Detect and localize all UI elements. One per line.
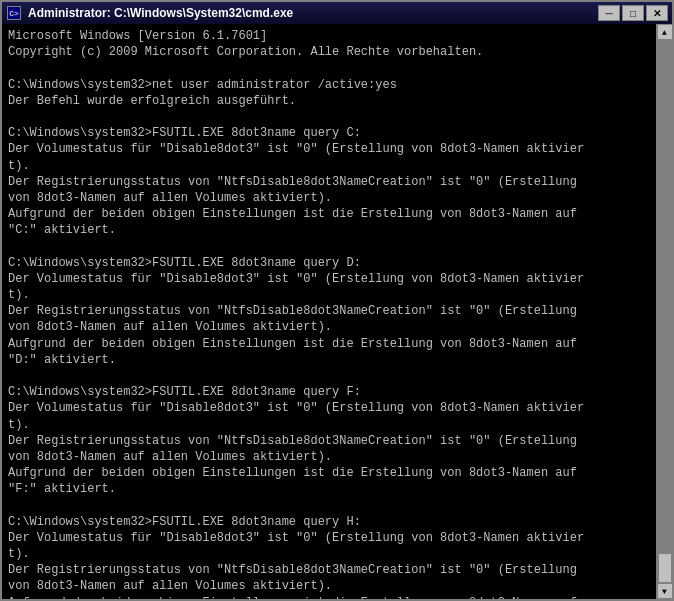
maximize-button[interactable]: □	[622, 5, 644, 21]
cmd-icon-graphic: C>	[7, 6, 21, 20]
console-area: Microsoft Windows [Version 6.1.7601] Cop…	[2, 24, 672, 599]
scroll-up-button[interactable]: ▲	[657, 24, 673, 40]
scrollbar-thumb[interactable]	[658, 553, 672, 583]
title-bar: C> Administrator: C:\Windows\System32\cm…	[2, 2, 672, 24]
window-title: Administrator: C:\Windows\System32\cmd.e…	[28, 6, 293, 20]
cmd-window-icon: C>	[6, 5, 22, 21]
title-bar-controls: ─ □ ✕	[598, 5, 668, 21]
minimize-button[interactable]: ─	[598, 5, 620, 21]
title-bar-left: C> Administrator: C:\Windows\System32\cm…	[6, 5, 293, 21]
scrollbar[interactable]: ▲ ▼	[656, 24, 672, 599]
cmd-window: C> Administrator: C:\Windows\System32\cm…	[0, 0, 674, 601]
close-button[interactable]: ✕	[646, 5, 668, 21]
scroll-down-button[interactable]: ▼	[657, 583, 673, 599]
console-output[interactable]: Microsoft Windows [Version 6.1.7601] Cop…	[2, 24, 656, 599]
scrollbar-track[interactable]	[657, 40, 672, 583]
